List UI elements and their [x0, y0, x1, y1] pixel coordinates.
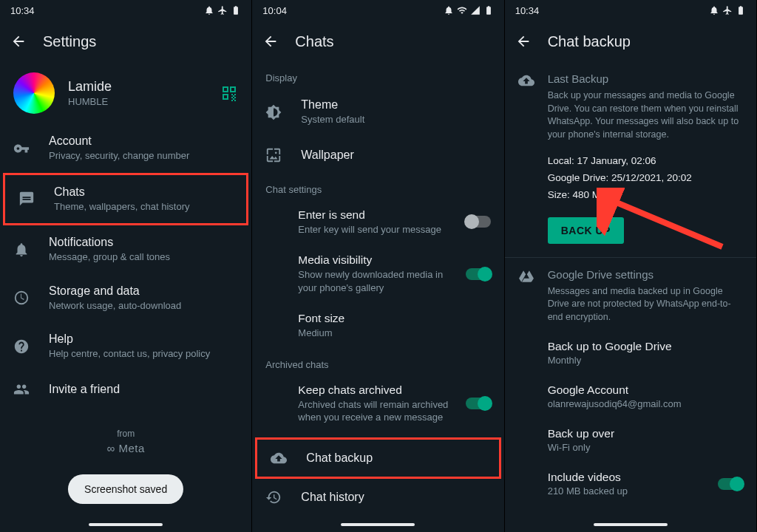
item-title: Wallpaper — [301, 149, 353, 162]
item-title: Back up to Google Drive — [548, 340, 743, 353]
bell-icon — [13, 242, 30, 258]
profile-name: Lamide — [68, 79, 207, 95]
nav-pill[interactable] — [341, 523, 415, 526]
item-sub: Medium — [298, 327, 490, 340]
title-bar: Settings — [0, 21, 251, 62]
back-icon[interactable] — [262, 33, 279, 50]
toggle-include-videos[interactable] — [718, 478, 743, 490]
settings-item-help[interactable]: Help Help centre, contact us, privacy po… — [0, 322, 251, 371]
cloud-upload-icon — [271, 450, 287, 466]
chats-item-theme[interactable]: Theme System default — [252, 88, 503, 137]
chats-item-keep-archived[interactable]: Keep chats archived Archived chats will … — [252, 375, 503, 433]
item-sub: 210 MB backed up — [548, 485, 707, 497]
nav-pill[interactable] — [594, 523, 668, 526]
item-sub: System default — [301, 113, 364, 126]
backup-local: Local: 17 January, 02:06 — [548, 153, 743, 170]
backup-button[interactable]: BACK UP — [548, 217, 624, 244]
item-title: Font size — [298, 312, 490, 325]
item-sub: Archived chats will remain archived when… — [298, 398, 455, 424]
dnd-icon — [204, 5, 214, 16]
signal-icon — [470, 5, 481, 16]
item-sub: Enter key will send your message — [298, 223, 455, 236]
item-title: Chats — [54, 185, 190, 199]
help-icon — [13, 338, 30, 355]
people-icon — [13, 381, 30, 398]
item-title: Keep chats archived — [298, 383, 455, 397]
item-sub: Wi-Fi only — [548, 442, 743, 453]
cloud-upload-icon — [518, 72, 534, 141]
dnd-icon — [444, 5, 454, 16]
item-sub: Privacy, security, change number — [49, 149, 189, 163]
backup-over[interactable]: Back up over Wi-Fi only — [505, 418, 756, 462]
item-sub: Help centre, contact us, privacy policy — [49, 347, 210, 361]
item-title: Notifications — [49, 236, 170, 249]
item-sub: Theme, wallpapers, chat history — [54, 200, 190, 214]
chats-item-font-size[interactable]: Font size Medium — [252, 303, 503, 349]
item-title: Media visibility — [298, 253, 455, 267]
toggle-keep-archived[interactable] — [466, 398, 491, 409]
settings-item-notifications[interactable]: Notifications Message, group & call tone… — [0, 225, 251, 274]
page-title: Settings — [43, 33, 96, 50]
profile-row[interactable]: Lamide HUMBLE — [0, 62, 251, 124]
status-bar: 10:34 — [505, 0, 756, 21]
chats-item-wallpaper[interactable]: Wallpaper — [252, 137, 503, 174]
backup-size: Size: 480 MB — [548, 187, 743, 204]
last-backup-section: Last Backup Back up your messages and me… — [505, 62, 756, 149]
item-title: Google Account — [548, 383, 743, 397]
google-drive-icon — [518, 268, 534, 324]
clock: 10:34 — [10, 5, 35, 16]
gdrive-settings-section: Google Drive settings Messages and media… — [505, 258, 756, 332]
item-title: Include videos — [548, 471, 707, 484]
settings-pane: 10:34 Settings Lamide HUMBLE Account Pri… — [0, 0, 252, 532]
item-sub: Show newly downloaded media in your phon… — [298, 268, 455, 294]
item-title: Enter is send — [298, 208, 455, 222]
chats-item-media-visibility[interactable]: Media visibility Show newly downloaded m… — [252, 245, 503, 303]
gdrive-header: Google Drive settings — [548, 268, 743, 281]
item-title: Help — [49, 332, 210, 346]
backup-stats: Local: 17 January, 02:06 Google Drive: 2… — [505, 149, 756, 208]
profile-status: HUMBLE — [68, 96, 207, 107]
nav-pill[interactable] — [89, 523, 163, 526]
airplane-icon — [217, 5, 228, 16]
item-title: Theme — [301, 98, 364, 112]
chats-item-chat-backup[interactable]: Chat backup — [257, 440, 498, 477]
settings-item-storage[interactable]: Storage and data Network usage, auto-dow… — [0, 274, 251, 323]
chat-icon — [18, 191, 35, 207]
backup-gdrive: Google Drive: 25/12/2021, 20:02 — [548, 170, 743, 187]
section-chat-settings: Chat settings — [252, 174, 503, 200]
status-icons — [709, 5, 746, 16]
item-sub: olanrewajusodiq64@gmail.com — [548, 398, 743, 409]
backup-to-gdrive[interactable]: Back up to Google Drive Monthly — [505, 331, 756, 375]
settings-item-chats[interactable]: Chats Theme, wallpapers, chat history — [5, 175, 246, 224]
battery-icon — [231, 5, 241, 16]
section-archived: Archived chats — [252, 349, 503, 375]
history-icon — [265, 489, 282, 505]
back-icon[interactable] — [515, 33, 532, 50]
include-videos[interactable]: Include videos 210 MB backed up — [505, 462, 756, 505]
toggle-enter-send[interactable] — [466, 216, 491, 228]
gdrive-description: Messages and media backed up in Google D… — [548, 285, 743, 324]
settings-item-account[interactable]: Account Privacy, security, change number — [0, 124, 251, 173]
chats-item-chat-history[interactable]: Chat history — [252, 479, 503, 516]
item-sub: Monthly — [548, 355, 743, 366]
item-title: Chat history — [301, 491, 364, 504]
toggle-media-visibility[interactable] — [466, 268, 491, 280]
key-icon — [13, 140, 30, 157]
backup-description: Back up your messages and media to Googl… — [548, 89, 743, 141]
item-sub: Message, group & call tones — [49, 250, 170, 264]
status-icons — [444, 5, 494, 16]
google-account[interactable]: Google Account olanrewajusodiq64@gmail.c… — [505, 375, 756, 418]
chats-item-enter-send[interactable]: Enter is send Enter key will send your m… — [252, 200, 503, 245]
item-title: Chat backup — [306, 451, 373, 465]
dnd-icon — [709, 5, 719, 16]
back-icon[interactable] — [10, 33, 27, 50]
airplane-icon — [722, 5, 733, 16]
qr-icon[interactable] — [220, 84, 238, 102]
highlight-chats: Chats Theme, wallpapers, chat history — [3, 173, 248, 226]
toast-snackbar[interactable]: Screenshot saved — [68, 474, 183, 504]
wallpaper-icon — [265, 147, 282, 163]
settings-item-invite[interactable]: Invite a friend — [0, 371, 251, 408]
wifi-icon — [457, 5, 467, 16]
item-title: Storage and data — [49, 284, 181, 298]
status-bar: 10:34 — [0, 0, 251, 21]
